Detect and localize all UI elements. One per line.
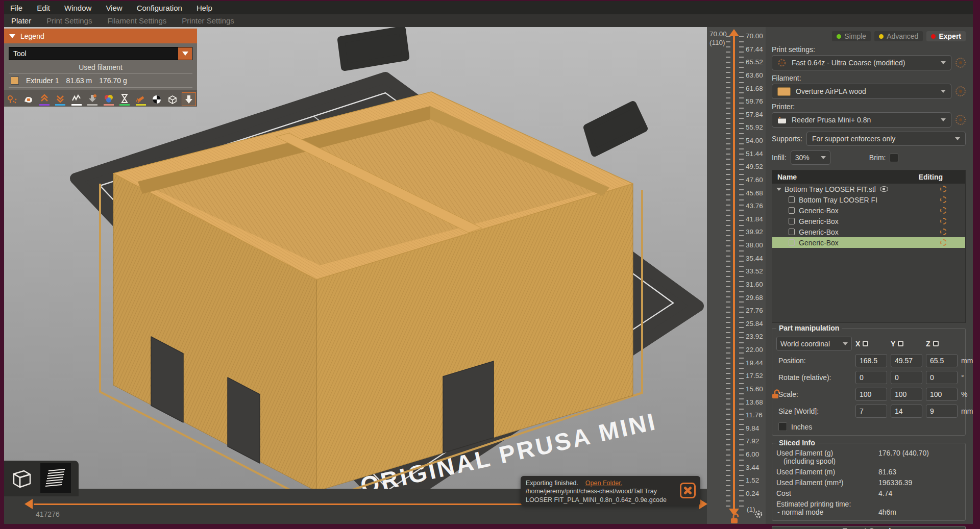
tab-filament-settings[interactable]: Filament Settings — [107, 16, 166, 25]
expand-triangle-icon[interactable] — [776, 188, 781, 191]
value-field-x[interactable]: 100 — [855, 388, 887, 401]
manipulation-label: Scale: — [776, 390, 852, 398]
editing-gear-icon[interactable] — [940, 186, 947, 192]
unit-label: mm — [961, 407, 976, 415]
dropdown-button[interactable] — [178, 47, 192, 60]
object-list-row[interactable]: Generic-Box — [772, 205, 965, 216]
view-type-dropdown[interactable]: Tool — [9, 47, 192, 60]
value-field-z[interactable]: 9 — [926, 405, 958, 418]
layer-tick-label: 43.76 — [746, 202, 763, 210]
deretractions-icon[interactable] — [53, 92, 67, 106]
editing-gear-icon[interactable] — [940, 207, 947, 214]
menu-item-edit[interactable]: Edit — [37, 4, 50, 12]
chevron-down-icon — [182, 52, 188, 56]
layer-tick-label: 27.76 — [746, 307, 763, 314]
filament-gear-button[interactable] — [955, 86, 966, 96]
value-field-z[interactable]: 65.5 — [926, 354, 958, 367]
brim-checkbox[interactable] — [890, 154, 898, 162]
layer-tick-label: 9.84 — [746, 424, 763, 432]
editing-gear-icon[interactable] — [940, 229, 947, 235]
value-field-y[interactable]: 49.57 — [891, 354, 922, 367]
inches-checkbox[interactable] — [778, 422, 787, 431]
shells-icon[interactable] — [165, 92, 180, 106]
sliced-info-group: Sliced Info Used Filament (g)(including … — [772, 443, 966, 521]
editing-gear-icon[interactable] — [940, 218, 947, 224]
layer-tick-label: 23.92 — [746, 333, 763, 340]
travels-icon[interactable] — [5, 92, 19, 106]
slider-settings-gear-icon[interactable] — [754, 510, 763, 520]
view-3d-button[interactable] — [7, 463, 37, 493]
layer-slider-top-handle[interactable] — [729, 29, 739, 36]
hslider-left-handle[interactable] — [24, 499, 33, 509]
value-field-y[interactable]: 14 — [891, 405, 922, 418]
value-field-y[interactable]: 100 — [891, 388, 922, 401]
print-settings-combo[interactable]: Fast 0.64z - Ultra Coarse (modified) — [772, 55, 951, 70]
tab-printer-settings[interactable]: Printer Settings — [182, 16, 234, 25]
value-field-x[interactable]: 7 — [855, 405, 887, 418]
view-layers-button[interactable] — [40, 463, 71, 493]
legend-panel: Legend Tool Used filament Extruder 1 81.… — [4, 29, 197, 107]
supports-combo[interactable]: For support enforcers only — [806, 132, 966, 146]
layer-tick-label: 1.52 — [746, 476, 763, 484]
supports-label: Supports: — [772, 135, 802, 143]
eye-icon[interactable] — [880, 186, 888, 192]
editing-gear-icon[interactable] — [940, 239, 947, 246]
layer-tick-label: 47.60 — [746, 176, 763, 184]
pause-prints-icon[interactable] — [117, 92, 132, 106]
lock-icon[interactable] — [729, 513, 741, 526]
filament-icon[interactable] — [182, 92, 196, 106]
uniform-scale-lock-icon[interactable] — [771, 389, 781, 401]
tab-print-settings[interactable]: Print Settings — [46, 16, 92, 25]
mode-expert-button[interactable]: Expert — [926, 31, 966, 41]
menu-item-configuration[interactable]: Configuration — [137, 4, 182, 12]
value-field-y[interactable]: 0 — [891, 371, 922, 384]
volume-icon — [789, 239, 795, 246]
layer-slider-track[interactable] — [733, 35, 735, 510]
hslider-right-handle[interactable] — [699, 499, 707, 509]
tab-plater[interactable]: Plater — [11, 16, 31, 25]
menu-item-help[interactable]: Help — [197, 4, 212, 12]
seams-icon[interactable] — [69, 92, 84, 106]
filament-combo[interactable]: Overture AirPLA wood — [772, 84, 951, 99]
editing-gear-icon[interactable] — [940, 196, 947, 203]
custom-gcode-icon[interactable] — [133, 92, 148, 106]
manipulation-row: Position: 168.5 49.57 65.5 mm — [776, 354, 961, 367]
axis-y-header: Y — [891, 340, 922, 348]
object-list-row[interactable]: Bottom Tray LOOSER FI — [772, 194, 965, 205]
legend-title: Legend — [20, 32, 44, 40]
layer-tick-label: 13.68 — [746, 398, 763, 406]
object-list-row[interactable]: Generic-Box — [772, 237, 965, 248]
menu-item-view[interactable]: View — [106, 4, 122, 12]
infill-combo[interactable]: 30% — [791, 150, 830, 165]
printer-label: Printer: — [772, 103, 966, 111]
value-field-x[interactable]: 168.5 — [855, 354, 887, 367]
manipulation-row: Rotate (relative): 0 0 0 ° — [776, 371, 961, 384]
value-field-x[interactable]: 0 — [855, 371, 887, 384]
print-settings-gear-button[interactable] — [955, 58, 966, 68]
wipe-icon[interactable] — [21, 92, 35, 106]
menu-item-window[interactable]: Window — [64, 4, 91, 12]
mode-advanced-button[interactable]: Advanced — [874, 31, 923, 41]
object-list-row[interactable]: Generic-Box — [772, 226, 965, 237]
mode-simple-button[interactable]: Simple — [832, 31, 871, 41]
tool-changes-icon[interactable] — [85, 92, 100, 106]
coordinate-system-dropdown[interactable]: World coordinal — [776, 337, 852, 350]
close-notification-button[interactable] — [680, 483, 696, 498]
open-folder-link[interactable]: Open Folder. — [585, 480, 622, 487]
value-field-z[interactable]: 0 — [926, 371, 958, 384]
printer-gear-button[interactable] — [955, 115, 966, 125]
sliced-info-value: 81.63 — [878, 468, 961, 476]
part-manipulation-group: Part manipulation World coordinal X Y Z … — [772, 328, 966, 436]
retractions-icon[interactable] — [37, 92, 52, 106]
color-changes-icon[interactable] — [102, 92, 116, 106]
object-list-row[interactable]: Bottom Tray LOOSER FIT.stl — [772, 184, 965, 194]
legend-header[interactable]: Legend — [4, 29, 197, 43]
printer-combo[interactable]: Reeder Prusa Mini+ 0.8n — [772, 112, 951, 128]
export-gcode-button[interactable]: Export G-code — [772, 526, 966, 529]
legend-icon-bar — [4, 90, 197, 107]
object-list-row[interactable]: Generic-Box — [772, 216, 965, 226]
value-field-z[interactable]: 100 — [926, 388, 958, 401]
axis-x-icon — [863, 341, 868, 346]
center-of-gravity-icon[interactable] — [150, 92, 164, 106]
menu-item-file[interactable]: File — [10, 4, 22, 12]
